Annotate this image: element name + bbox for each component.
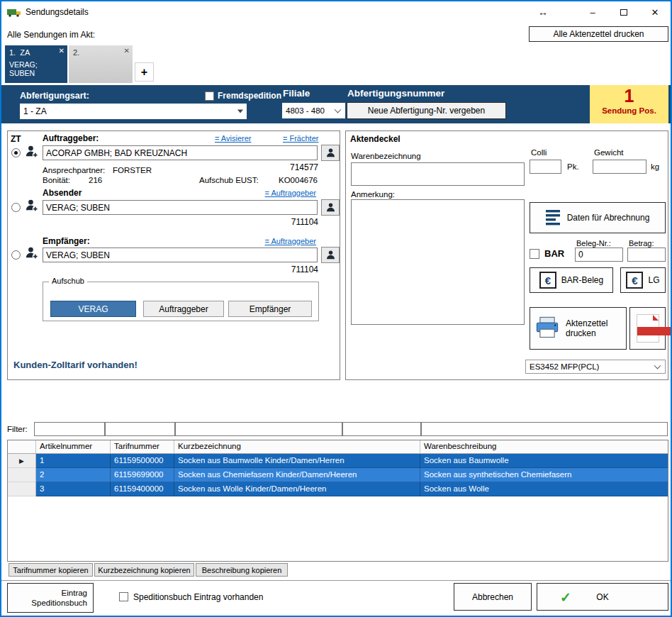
cell-tarifnummer[interactable]: 61159500000 bbox=[111, 454, 174, 468]
fremdspedition-label: Fremdspedition bbox=[218, 91, 281, 101]
dock-arrow-icon[interactable]: ↔ bbox=[527, 1, 559, 23]
bar-checkbox[interactable] bbox=[530, 249, 539, 259]
beleg-nr-input[interactable] bbox=[575, 248, 623, 262]
abfertigungsart-select[interactable]: 1 - ZA bbox=[20, 104, 247, 119]
bar-label: BAR bbox=[544, 248, 564, 259]
aufschub-eust-label: Aufschub EUST: bbox=[199, 176, 259, 184]
tarifnummer-kopieren-button[interactable]: Tarifnummer kopieren bbox=[9, 563, 93, 577]
bonitaet-value: 216 bbox=[89, 176, 102, 184]
cell-warenbeschreibung[interactable]: Socken aus Wolle bbox=[420, 482, 668, 496]
cell-kurzbezeichnung[interactable]: Socken aus Wolle Kinder/Damen/Heeren bbox=[174, 482, 420, 496]
betrag-input[interactable] bbox=[627, 248, 666, 262]
absender-input[interactable] bbox=[43, 200, 318, 215]
cell-tarifnummer[interactable]: 61159699000 bbox=[111, 468, 174, 482]
warenbezeichnung-input[interactable] bbox=[351, 162, 525, 186]
tab-sendung-2[interactable]: 2. ✕ bbox=[69, 45, 133, 83]
tab-1-close-icon[interactable]: ✕ bbox=[59, 47, 65, 55]
col-warenbeschreibung[interactable]: Warenbeschreibung bbox=[420, 440, 668, 453]
warenbezeichnung-label: Warenbezeichnung bbox=[351, 152, 421, 160]
beschreibung-kopieren-button[interactable]: Beschreibung kopieren bbox=[196, 563, 288, 577]
speditionsbuch-checkbox[interactable] bbox=[119, 592, 128, 601]
row-selector-header[interactable] bbox=[8, 440, 36, 453]
bonitaet-label: Bonität: bbox=[43, 176, 70, 184]
alle-aktenzettel-drucken-button[interactable]: Alle Aktenzettel drucken bbox=[529, 26, 668, 42]
filter-label: Filter: bbox=[7, 425, 28, 433]
euro-icon: € bbox=[626, 272, 643, 289]
empfaenger-radio[interactable] bbox=[11, 250, 21, 260]
auftraggeber-input[interactable] bbox=[43, 145, 318, 160]
kurzbezeichnung-kopieren-button[interactable]: Kurzbezeichnung kopieren bbox=[94, 563, 194, 577]
betrag-label: Betrag: bbox=[629, 239, 654, 248]
neue-abfertigungsnummer-button[interactable]: Neue Abfertigung-Nr. vergeben bbox=[347, 102, 506, 119]
anmerkung-textarea[interactable] bbox=[351, 199, 525, 325]
printer-select[interactable]: ES3452 MFP(PCL) bbox=[525, 360, 666, 374]
minimize-icon[interactable]: – bbox=[577, 1, 608, 23]
gewicht-label: Gewicht bbox=[594, 148, 624, 157]
add-contact-icon[interactable] bbox=[25, 199, 38, 215]
cell-tarifnummer[interactable]: 61159400000 bbox=[111, 482, 174, 496]
filiale-select[interactable]: 4803 - 480 bbox=[282, 103, 345, 118]
abbrechen-button[interactable]: Abbrechen bbox=[454, 583, 532, 611]
col-tarifnummer[interactable]: Tarifnummer bbox=[111, 440, 174, 453]
window-title: Sendungsdetails bbox=[26, 7, 89, 17]
tab-2-title: 2. bbox=[73, 48, 79, 57]
filter-input-tarifnummer[interactable] bbox=[105, 422, 175, 436]
cell-artikelnummer[interactable]: 1 bbox=[36, 454, 111, 468]
empfaenger-auftraggeber-link[interactable]: = Auftraggeber bbox=[265, 237, 316, 245]
empfaenger-contact-button[interactable] bbox=[321, 247, 340, 263]
maximize-icon[interactable] bbox=[608, 1, 639, 23]
table-row[interactable]: ▶ 1 61159500000 Socken aus Baumwolle Kin… bbox=[8, 454, 668, 468]
cell-kurzbezeichnung[interactable]: Socken aus Baumwolle Kinder/Damen/Herren bbox=[174, 454, 420, 468]
auftraggeber-contact-button[interactable] bbox=[321, 145, 340, 161]
kg-label: kg bbox=[651, 162, 659, 171]
col-artikelnummer[interactable]: Artikelnummer bbox=[36, 440, 111, 453]
ok-button[interactable]: ✓ OK bbox=[537, 583, 668, 611]
artikel-table: Artikelnummer Tarifnummer Kurzbezeichnun… bbox=[7, 440, 668, 562]
abfertigung-band: Abfertigungsart: Fremdspedition 1 - ZA F… bbox=[1, 85, 671, 123]
filter-input-artikelnummer[interactable] bbox=[34, 422, 105, 436]
fraechter-link[interactable]: = Frächter bbox=[283, 134, 318, 143]
cell-warenbeschreibung[interactable]: Socken aus synthetischen Chemiefasern bbox=[420, 468, 668, 482]
add-contact-icon[interactable] bbox=[25, 145, 38, 161]
absender-auftraggeber-link[interactable]: = Auftraggeber bbox=[265, 189, 316, 197]
gewicht-input[interactable] bbox=[593, 160, 646, 174]
add-contact-icon[interactable] bbox=[25, 246, 38, 262]
filter-input-kurzbezeichnung-2[interactable] bbox=[342, 422, 421, 436]
row-pointer-icon[interactable]: ▶ bbox=[8, 454, 36, 468]
pdf-button[interactable]: PDF bbox=[629, 307, 666, 350]
aufschub-auftraggeber-button[interactable]: Auftraggeber bbox=[143, 301, 224, 317]
cell-warenbeschreibung[interactable]: Socken aus Baumwolle bbox=[420, 454, 668, 468]
ansprechpartner-value: FORSTER bbox=[113, 166, 152, 174]
lg-button[interactable]: € LG bbox=[620, 267, 666, 293]
aufschub-verag-button[interactable]: VERAG bbox=[50, 301, 136, 317]
eintrag-speditionsbuch-button[interactable]: Eintrag Speditionsbuch bbox=[7, 583, 94, 613]
col-kurzbezeichnung[interactable]: Kurzbezeichnung bbox=[174, 440, 420, 453]
avisierer-link[interactable]: = Avisierer bbox=[215, 134, 251, 143]
aufschub-eust-value: KO004676 bbox=[279, 176, 318, 184]
bar-beleg-button[interactable]: € BAR-Beleg bbox=[530, 267, 613, 293]
zolltarif-note: Kunden-Zolltarif vorhanden! bbox=[13, 360, 138, 370]
absender-contact-button[interactable] bbox=[321, 199, 340, 216]
printer-icon bbox=[534, 316, 560, 342]
empfaenger-input[interactable] bbox=[43, 248, 318, 262]
table-row[interactable]: 3 61159400000 Socken aus Wolle Kinder/Da… bbox=[8, 482, 668, 496]
app-icon bbox=[7, 7, 21, 17]
daten-fuer-abrechnung-button[interactable]: Daten für Abrechnung bbox=[530, 202, 666, 233]
cell-artikelnummer[interactable]: 3 bbox=[36, 482, 111, 496]
auftraggeber-radio[interactable] bbox=[11, 148, 21, 157]
fremdspedition-checkbox[interactable] bbox=[205, 91, 214, 101]
filter-input-kurzbezeichnung-1[interactable] bbox=[175, 422, 342, 436]
absender-radio[interactable] bbox=[11, 203, 21, 212]
table-row[interactable]: 2 61159699000 Socken aus Chemiefasern Ki… bbox=[8, 468, 668, 482]
aktenzettel-drucken-button[interactable]: Aktenzettel drucken bbox=[530, 307, 627, 350]
tab-sendung-1[interactable]: 1. ZA ✕ VERAG; SUBEN bbox=[5, 45, 67, 83]
add-tab-button[interactable]: + bbox=[135, 62, 154, 82]
abfertigungsart-label: Abfertigungsart: bbox=[20, 91, 89, 101]
tab-2-close-icon[interactable]: ✕ bbox=[124, 47, 130, 55]
cell-kurzbezeichnung[interactable]: Socken aus Chemiefasern Kinder/Damen/Hee… bbox=[174, 468, 420, 482]
colli-input[interactable] bbox=[530, 160, 561, 174]
aufschub-empfaenger-button[interactable]: Empfänger bbox=[228, 301, 312, 317]
close-icon[interactable]: ✕ bbox=[639, 1, 671, 23]
cell-artikelnummer[interactable]: 2 bbox=[36, 468, 111, 482]
filter-input-warenbeschreibung[interactable] bbox=[421, 422, 668, 436]
